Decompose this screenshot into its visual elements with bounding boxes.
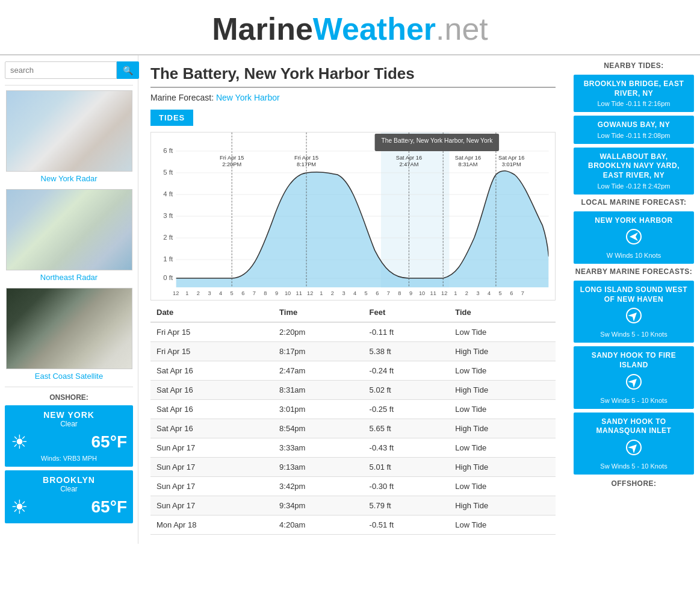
svg-text:10: 10 <box>419 290 425 296</box>
svg-text:Fri Apr 15: Fri Apr 15 <box>294 155 318 161</box>
svg-marker-67 <box>630 232 638 241</box>
cell-time: 9:34pm <box>273 496 364 515</box>
table-row: Fri Apr 158:17pm5.38 ftHigh Tide <box>150 342 556 361</box>
cell-feet: 5.01 ft <box>364 458 450 477</box>
cell-time: 4:20am <box>273 515 364 535</box>
weather-card-ny-condition: Clear <box>11 420 127 428</box>
main-content: The Battery, New York Harbor Tides Marin… <box>138 55 568 544</box>
svg-text:8:31AM: 8:31AM <box>458 161 477 167</box>
header: MarineWeather.net <box>0 0 700 55</box>
local-forecast-card[interactable]: NEW YORK HARBOR W Winds 10 Knots <box>574 211 694 264</box>
search-input[interactable] <box>5 61 117 79</box>
nearby-tide-2-sub: Low Tide -0.12 ft 2:42pm <box>580 182 688 190</box>
cell-date: Sun Apr 17 <box>150 496 273 515</box>
cell-date: Sun Apr 17 <box>150 458 273 477</box>
cell-tide: Low Tide <box>449 477 556 496</box>
search-bar: 🔍 <box>5 61 133 79</box>
svg-text:2: 2 <box>197 290 200 296</box>
svg-text:1: 1 <box>185 290 188 296</box>
marine-forecast-link[interactable]: New York Harbor <box>216 93 280 102</box>
tide-chart: 6 ft 5 ft 4 ft 3 ft 2 ft 1 ft 0 ft <box>150 132 556 300</box>
weather-card-ny-icon: ☀ <box>11 431 28 453</box>
svg-text:3:01PM: 3:01PM <box>502 161 521 167</box>
tides-button[interactable]: TIDES <box>150 110 193 126</box>
svg-text:12: 12 <box>307 290 313 296</box>
weather-card-ny: NEW YORK Clear ☀ 65°F Winds: VRB3 MPH <box>5 405 133 467</box>
cell-feet: -0.51 ft <box>364 515 450 535</box>
local-forecast-sub: W Winds 10 Knots <box>580 252 688 259</box>
svg-text:4: 4 <box>219 290 222 296</box>
nearby-tide-1-title: GOWANUS BAY, NY <box>580 120 688 130</box>
svg-marker-69 <box>628 310 640 322</box>
table-header-row: Date Time Feet Tide <box>150 303 556 322</box>
local-forecast-direction-icon <box>580 228 688 249</box>
svg-text:2 ft: 2 ft <box>163 234 173 241</box>
nearby-tides-label: NEARBY TIDES: <box>574 61 694 70</box>
nearby-forecast-1[interactable]: SANDY HOOK TO FIRE ISLAND Sw Winds 5 - 1… <box>574 346 694 408</box>
svg-text:4 ft: 4 ft <box>163 190 173 198</box>
table-row: Fri Apr 152:20pm-0.11 ftLow Tide <box>150 322 556 342</box>
weather-card-ny-temp: 65°F <box>91 432 127 452</box>
weather-card-brooklyn-body: ☀ 65°F <box>11 496 127 518</box>
weather-card-brooklyn-condition: Clear <box>11 485 127 493</box>
nearby-tide-1[interactable]: GOWANUS BAY, NY Low Tide -0.11 ft 2:08pm <box>574 116 694 144</box>
nearby-forecast-2[interactable]: SANDY HOOK TO MANASQUAN INLET Sw Winds 5… <box>574 413 694 475</box>
svg-text:1: 1 <box>454 290 457 296</box>
svg-text:6 ft: 6 ft <box>163 147 173 154</box>
nearby-tide-0-sub: Low Tide -0.11 ft 2:16pm <box>580 100 688 107</box>
table-row: Sun Apr 179:34pm5.79 ftHigh Tide <box>150 496 556 515</box>
svg-text:2: 2 <box>331 290 334 296</box>
radar-item-sat: East Coast Satellite <box>5 288 133 381</box>
cell-time: 2:47am <box>273 361 364 381</box>
svg-text:3: 3 <box>476 290 479 296</box>
svg-text:1: 1 <box>320 290 323 296</box>
radar-image-sat <box>6 288 132 369</box>
page-title-divider <box>150 87 556 88</box>
table-row: Mon Apr 184:20am-0.51 ftLow Tide <box>150 515 556 535</box>
svg-marker-71 <box>628 376 640 388</box>
weather-card-ny-body: ☀ 65°F <box>11 431 127 453</box>
nearby-tide-2[interactable]: WALLABOUT BAY, BROOKLYN NAVY YARD, EAST … <box>574 148 694 195</box>
table-row: Sat Apr 168:54pm5.65 ftHigh Tide <box>150 419 556 438</box>
cell-feet: 5.65 ft <box>364 419 450 438</box>
svg-text:1 ft: 1 ft <box>163 255 173 263</box>
svg-text:8: 8 <box>398 290 401 296</box>
cell-tide: Low Tide <box>449 322 556 342</box>
nearby-forecast-0[interactable]: LONG ISLAND SOUND WEST OF NEW HAVEN Sw W… <box>574 281 694 343</box>
nearby-tide-0[interactable]: BROOKLYN BRIDGE, EAST RIVER, NY Low Tide… <box>574 75 694 112</box>
weather-card-brooklyn-icon: ☀ <box>11 496 28 518</box>
nearby-forecasts-label: NEARBY MARINE FORECASTS: <box>574 267 694 276</box>
local-forecast-title: NEW YORK HARBOR <box>580 216 688 226</box>
search-button[interactable]: 🔍 <box>117 61 139 79</box>
cell-tide: High Tide <box>449 381 556 400</box>
title-marine: Marine <box>212 11 313 46</box>
svg-text:Sat Apr 16: Sat Apr 16 <box>455 155 481 161</box>
radar-label-ne[interactable]: Northeast Radar <box>5 273 133 282</box>
radar-label-ny[interactable]: New York Radar <box>5 174 133 183</box>
svg-text:5 ft: 5 ft <box>163 169 173 176</box>
svg-text:8:17PM: 8:17PM <box>297 161 316 167</box>
table-row: Sat Apr 163:01pm-0.25 ftLow Tide <box>150 400 556 419</box>
cell-feet: -0.43 ft <box>364 438 450 458</box>
sidebar-divider <box>5 85 133 86</box>
cell-date: Sat Apr 16 <box>150 419 273 438</box>
cell-feet: 5.02 ft <box>364 381 450 400</box>
svg-text:4: 4 <box>488 290 491 296</box>
marine-forecast-label: Marine Forecast: <box>150 93 214 102</box>
cell-time: 8:54pm <box>273 419 364 438</box>
svg-text:7: 7 <box>387 290 390 296</box>
table-row: Sun Apr 173:33am-0.43 ftLow Tide <box>150 438 556 458</box>
site-title: MarineWeather.net <box>212 11 488 47</box>
sidebar: 🔍 New York Radar Northeast Radar East Co… <box>0 55 138 544</box>
col-feet: Feet <box>364 303 450 322</box>
svg-text:12: 12 <box>173 290 179 296</box>
cell-date: Mon Apr 18 <box>150 515 273 535</box>
radar-image-ne <box>6 189 132 270</box>
cell-time: 3:01pm <box>273 400 364 419</box>
svg-text:Fri Apr 15: Fri Apr 15 <box>220 155 244 161</box>
svg-text:2:20PM: 2:20PM <box>222 161 241 167</box>
svg-text:5: 5 <box>365 290 368 296</box>
radar-label-sat[interactable]: East Coast Satellite <box>5 372 133 381</box>
cell-tide: Low Tide <box>449 438 556 458</box>
cell-time: 3:33am <box>273 438 364 458</box>
